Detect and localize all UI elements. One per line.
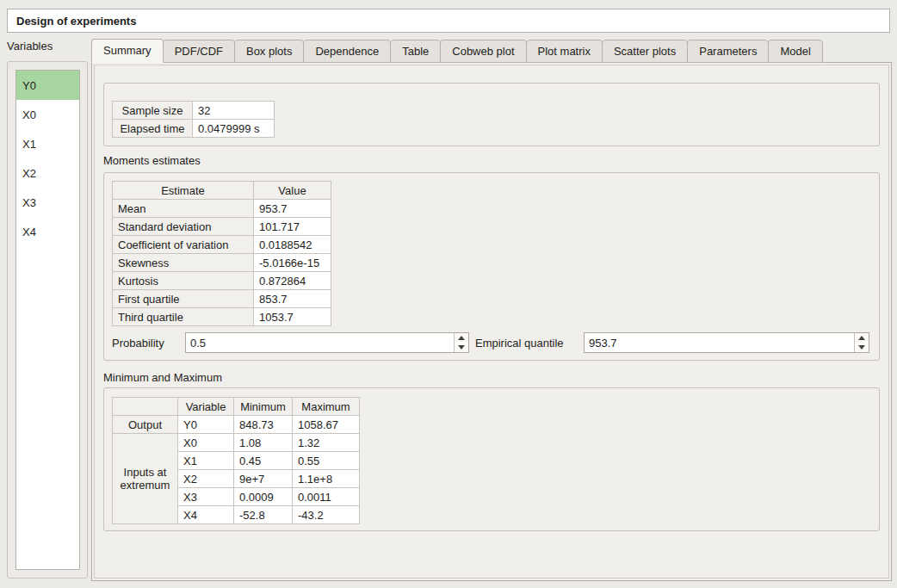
- variable-item-x4[interactable]: X4: [16, 217, 79, 246]
- table-cell: 0.0011: [293, 488, 360, 506]
- table-cell: -52.8: [234, 506, 293, 524]
- table-cell: 0.55: [293, 452, 360, 470]
- tab-parameters[interactable]: Parameters: [687, 40, 769, 63]
- table-row: Sample size 32: [113, 102, 275, 120]
- sample-size-header-cell: Sample size: [113, 102, 193, 120]
- table-row: Kurtosis 0.872864: [113, 272, 331, 290]
- table-row: Coefficient of variation 0.0188542: [113, 236, 331, 254]
- table-row: Variable Minimum Maximum: [113, 398, 360, 416]
- table-cell: 1053.7: [254, 308, 331, 326]
- table-cell: Coefficient of variation: [113, 236, 254, 254]
- table-row: Skewness -5.0166e-15: [113, 254, 331, 272]
- quantile-spin-buttons: [854, 333, 869, 352]
- page-title-text: Design of experiments: [16, 15, 136, 28]
- page-title: Design of experiments: [7, 9, 890, 33]
- table-cell: -43.2: [293, 506, 360, 524]
- table-cell: Y0: [178, 416, 234, 434]
- tab-pdf-cdf[interactable]: PDF/CDF: [163, 40, 235, 63]
- moments-table: Estimate Value Mean 953.7 Standard devia…: [112, 181, 331, 326]
- tab-plot-matrix[interactable]: Plot matrix: [526, 40, 603, 63]
- spin-up-icon[interactable]: [855, 333, 869, 343]
- maximum-column-header: Maximum: [293, 398, 360, 416]
- variable-column-header: Variable: [178, 398, 234, 416]
- tab-scatter-plots[interactable]: Scatter plots: [602, 40, 688, 63]
- table-cell: 9e+7: [234, 470, 293, 488]
- variable-item-x0[interactable]: X0: [16, 100, 79, 129]
- corner-header-cell: [113, 398, 178, 416]
- spin-down-icon[interactable]: [455, 343, 468, 352]
- table-cell: 0.0009: [234, 488, 293, 506]
- table-cell: Third quartile: [113, 308, 254, 326]
- table-cell: X4: [178, 506, 234, 524]
- value-column-header: Value: [254, 182, 331, 200]
- table-cell: 1.32: [293, 434, 360, 452]
- tab-box-plots[interactable]: Box plots: [234, 40, 304, 63]
- table-row: Third quartile 1053.7: [113, 308, 331, 326]
- table-cell: X0: [178, 434, 234, 452]
- minmax-label: Minimum and Maximum: [103, 371, 222, 384]
- minimum-column-header: Minimum: [234, 398, 293, 416]
- probability-spin-buttons: [454, 333, 468, 352]
- table-cell: 0.0188542: [254, 236, 331, 254]
- spin-down-icon[interactable]: [855, 343, 869, 352]
- table-cell: 1.08: [234, 434, 293, 452]
- estimate-column-header: Estimate: [113, 182, 254, 200]
- probability-label: Probability: [112, 337, 164, 350]
- empirical-quantile-label: Empirical quantile: [475, 337, 564, 350]
- design-of-experiments-window: { "window": { "title": "Design of experi…: [0, 0, 897, 588]
- table-row: Elapsed time 0.0479999 s: [113, 120, 275, 138]
- table-cell: Standard deviation: [113, 218, 254, 236]
- moments-estimates-label: Moments estimates: [103, 154, 201, 167]
- table-cell: 0.872864: [254, 272, 331, 290]
- tab-table[interactable]: Table: [390, 40, 441, 63]
- table-row: Estimate Value: [113, 182, 331, 200]
- elapsed-time-header-cell: Elapsed time: [113, 120, 193, 138]
- table-cell: 0.45: [234, 452, 293, 470]
- table-row: Output Y0 848.73 1058.67: [113, 416, 360, 434]
- table-row: First quartile 853.7: [113, 290, 331, 308]
- table-row: Mean 953.7: [113, 200, 331, 218]
- table-cell: 1058.67: [293, 416, 360, 434]
- table-cell: 953.7: [254, 200, 331, 218]
- tab-model[interactable]: Model: [768, 40, 822, 63]
- probability-spinbox[interactable]: [185, 332, 469, 353]
- table-cell: X2: [178, 470, 234, 488]
- table-cell: Skewness: [113, 254, 254, 272]
- table-cell: X3: [178, 488, 234, 506]
- empirical-quantile-input[interactable]: [585, 333, 854, 352]
- table-row: Standard deviation 101.717: [113, 218, 331, 236]
- table-cell: Kurtosis: [113, 272, 254, 290]
- table-cell: X1: [178, 452, 234, 470]
- table-cell: First quartile: [113, 290, 254, 308]
- spin-up-icon[interactable]: [455, 333, 468, 343]
- variable-item-y0[interactable]: Y0: [16, 71, 79, 100]
- elapsed-time-value-cell: 0.0479999 s: [193, 120, 275, 138]
- sample-info-table: Sample size 32 Elapsed time 0.0479999 s: [112, 101, 275, 138]
- table-cell: Mean: [113, 200, 254, 218]
- probability-input[interactable]: [186, 333, 454, 352]
- variable-item-x3[interactable]: X3: [16, 188, 79, 217]
- empirical-quantile-spinbox[interactable]: [584, 332, 869, 353]
- table-row: Inputs at extremum X0 1.08 1.32: [113, 434, 360, 452]
- table-cell: 1.1e+8: [293, 470, 360, 488]
- tab-summary[interactable]: Summary: [91, 39, 164, 63]
- sample-size-value-cell: 32: [193, 102, 275, 120]
- variable-item-x1[interactable]: X1: [16, 129, 79, 158]
- tab-dependence[interactable]: Dependence: [303, 40, 391, 63]
- output-row-header: Output: [113, 416, 178, 434]
- table-cell: 101.717: [254, 218, 331, 236]
- tab-cobweb-plot[interactable]: Cobweb plot: [440, 40, 526, 63]
- table-cell: 848.73: [234, 416, 293, 434]
- tab-bar: Summary PDF/CDF Box plots Dependence Tab…: [91, 39, 823, 63]
- variables-list[interactable]: Y0 X0 X1 X2 X3 X4: [15, 70, 80, 570]
- minmax-table: Variable Minimum Maximum Output Y0 848.7…: [112, 397, 360, 524]
- variable-item-x2[interactable]: X2: [16, 158, 79, 188]
- table-cell: -5.0166e-15: [254, 254, 331, 272]
- table-cell: 853.7: [254, 290, 331, 308]
- inputs-at-extremum-row-header: Inputs at extremum: [113, 434, 178, 524]
- variables-label: Variables: [7, 40, 53, 53]
